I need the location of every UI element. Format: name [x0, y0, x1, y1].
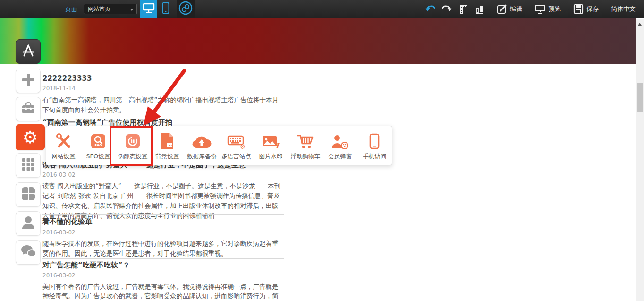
article-date: 2016-03-02 — [42, 172, 284, 178]
popup-item-seo-settings[interactable]: seo SEO设置 — [81, 130, 115, 161]
settings-popup: 网站设置 seo SEO设置 伪静态设置 — [46, 126, 392, 165]
save-icon — [573, 4, 584, 14]
page-builder-canvas: 2222223333 2018-11-14 有“西南第一高钢塔，四川第二高电视塔… — [0, 0, 644, 301]
gear-icon: ⚙ — [23, 129, 38, 146]
user-icon — [21, 215, 35, 232]
redo-icon — [442, 5, 452, 13]
chat-icon — [20, 244, 36, 260]
redo-button[interactable] — [442, 5, 452, 13]
mobile-access-icon — [369, 132, 380, 149]
scrollbar[interactable] — [636, 19, 644, 301]
popup-item-website-settings[interactable]: 网站设置 — [46, 130, 81, 161]
article-date: 2016-03-02 — [42, 272, 284, 279]
sidebar-item-settings[interactable]: ⚙ — [16, 124, 45, 150]
popup-item-member-popup[interactable]: 会员弹窗 — [323, 130, 357, 161]
preview-label: 预览 — [549, 5, 561, 13]
chevron-down-icon — [130, 9, 134, 11]
svg-text:⚙: ⚙ — [239, 143, 246, 149]
tools-icon — [55, 132, 72, 149]
save-label: 保存 — [586, 5, 599, 13]
article-title: 看不懂的化验单 — [42, 217, 284, 226]
plus-icon — [22, 73, 35, 88]
grid-icon — [22, 158, 35, 173]
popup-item-floating-cart[interactable]: 浮动购物车 — [288, 130, 322, 161]
article-title: 2222223333 — [42, 74, 284, 83]
link-button[interactable] — [177, 0, 195, 18]
smartphone-icon — [162, 2, 169, 16]
sidebar-item-members[interactable] — [16, 211, 41, 236]
save-button[interactable]: 保存 — [573, 4, 599, 14]
cloud-backup-icon — [192, 132, 212, 149]
edit-label: 编辑 — [510, 5, 522, 13]
popup-item-pseudo-static-settings[interactable]: 伪静态设置 — [115, 130, 150, 161]
image-watermark-icon: T — [262, 132, 280, 149]
sidebar-item-add[interactable] — [16, 69, 41, 93]
stats-button[interactable] — [475, 4, 484, 14]
desktop-icon — [143, 2, 155, 16]
popup-item-mobile-access[interactable]: 手机访问 — [357, 130, 392, 161]
background-page-icon — [160, 132, 174, 149]
article-body: 读客 闯入出版业的“野蛮人” 这是行业，不是圈子。这是生意，不是沙龙 本刊记者 … — [42, 181, 284, 221]
scrollbar-thumb[interactable] — [637, 83, 643, 112]
edit-button[interactable]: 编辑 — [497, 4, 522, 14]
svg-text:seo: seo — [94, 143, 102, 147]
seo-icon: seo — [90, 132, 106, 149]
undo-button[interactable] — [425, 5, 435, 13]
page-dropdown-value: 网站首页 — [88, 6, 110, 12]
toolbox-icon — [21, 102, 36, 117]
stats-icon — [475, 4, 484, 14]
undo-icon — [425, 5, 435, 13]
sidebar-item-toolbox[interactable] — [16, 97, 41, 121]
scroll-up-arrow-icon[interactable] — [638, 23, 642, 26]
cart-icon — [297, 132, 314, 149]
article-title: 对广告怎能“吃硬不吃软”？ — [42, 261, 284, 270]
topbar: 页面 网站首页 — [0, 0, 644, 18]
clover-icon — [21, 187, 35, 203]
svg-text:T: T — [274, 141, 280, 149]
keyboard-gear-icon: ⚙ — [227, 132, 246, 149]
popup-item-background-settings[interactable]: 背景设置 — [150, 130, 185, 161]
edit-icon — [497, 4, 507, 14]
article-body: 随着医学技术的发展，在医疗过程中进行的化验项目越来越多，它对诊断疾病起着重要的作… — [42, 239, 284, 258]
banner-image[interactable] — [0, 18, 636, 64]
popup-item-multilanguage-site[interactable]: ⚙ 多语言站点 — [219, 130, 254, 161]
desktop-view-button[interactable] — [140, 0, 157, 18]
article-date: 2016-03-02 — [42, 229, 284, 236]
page-label: 页面 — [65, 5, 77, 14]
pseudo-static-icon — [125, 132, 141, 149]
preview-button[interactable]: 预览 — [534, 4, 561, 14]
app-logo-icon — [20, 43, 36, 60]
member-popup-icon — [331, 132, 349, 149]
divider — [42, 258, 284, 259]
article-date: 2018-11-14 — [42, 85, 284, 92]
language-switch[interactable]: 简体中文 — [611, 5, 636, 13]
article-body: 美国有个著名的广告人说过，广告就是有毒气体。我觉得说得再准确一点，广告就是神经毒… — [42, 282, 284, 301]
sidebar-item-comments[interactable] — [16, 240, 41, 265]
popup-item-database-backup[interactable]: 数据库备份 — [185, 130, 219, 161]
preview-icon — [534, 4, 546, 14]
divider — [42, 214, 284, 215]
divider — [42, 115, 284, 115]
ruler-button[interactable] — [459, 3, 468, 15]
link-icon — [178, 1, 193, 17]
page-dropdown[interactable]: 网站首页 — [84, 4, 137, 14]
popup-item-image-watermark[interactable]: T 图片水印 — [254, 130, 288, 161]
sidebar-item-modules[interactable] — [16, 153, 41, 178]
right-guide-line — [601, 63, 601, 301]
language-label: 简体中文 — [611, 5, 636, 13]
article-body: 有“西南第一高钢塔，四川第二高电视塔”之称的绵阳广播电视塔主塔广告位将于本月下旬… — [42, 95, 284, 115]
sidebar-item-plugins[interactable] — [16, 182, 41, 207]
ruler-icon — [459, 3, 468, 15]
sidebar-item-app-logo[interactable] — [16, 39, 41, 64]
mobile-view-button[interactable] — [160, 0, 172, 18]
